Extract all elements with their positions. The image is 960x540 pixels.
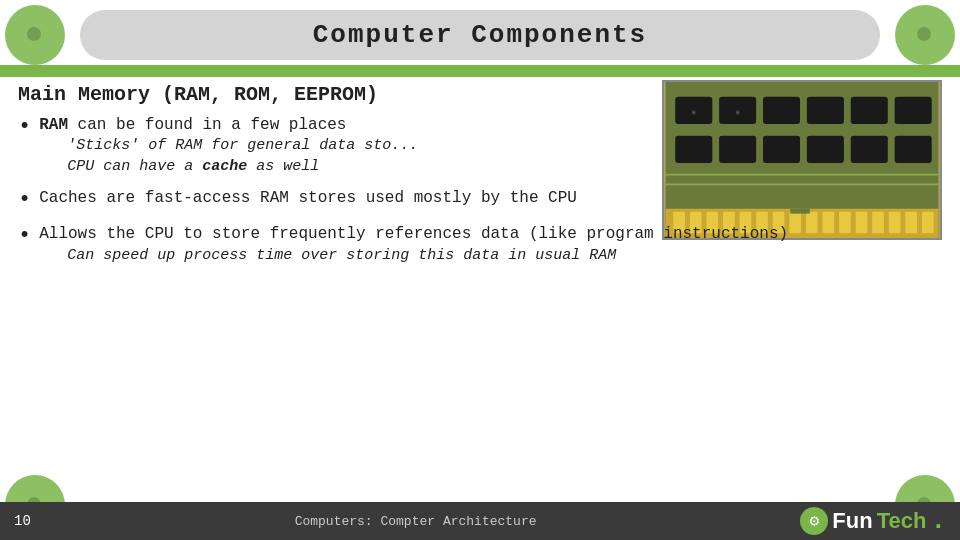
- logo-fun: Fun: [832, 508, 872, 534]
- slide-number: 10: [14, 513, 31, 529]
- green-accent-bar: [0, 65, 960, 77]
- ram-label: RAM: [39, 116, 68, 134]
- title-bar: Computer Components: [80, 10, 880, 60]
- bullet-dot-3: •: [18, 223, 31, 249]
- page-title: Computer Components: [313, 20, 647, 50]
- allows-text: Allows the CPU to store frequently refer…: [39, 225, 788, 243]
- ram-text: can be found in a few places: [68, 116, 346, 134]
- bullet-section: • RAM can be found in a few places 'Stic…: [18, 114, 942, 266]
- section-subtitle: Main Memory (RAM, ROM, EEPROM): [18, 83, 942, 106]
- bullet-dot-2: •: [18, 187, 31, 213]
- corner-decoration-tr: [895, 5, 955, 65]
- gear-icon: ⚙: [800, 507, 828, 535]
- bullet-ram-content: RAM can be found in a few places 'Sticks…: [39, 114, 942, 177]
- cache-bold: cache: [202, 158, 247, 175]
- footer-center-text: Computers: Compter Architecture: [31, 514, 801, 529]
- bullet-caches: • Caches are fast-access RAM stores used…: [18, 187, 942, 213]
- bullet-dot-1: •: [18, 114, 31, 140]
- corner-decoration-tl: [5, 5, 65, 65]
- bullet-allows-content: Allows the CPU to store frequently refer…: [39, 223, 942, 266]
- funtech-logo: ⚙ FunTech.: [800, 506, 946, 536]
- main-content: Main Memory (RAM, ROM, EEPROM) • RAM can…: [18, 77, 942, 500]
- bullet-allows: • Allows the CPU to store frequently ref…: [18, 223, 942, 266]
- bottom-bar: 10 Computers: Compter Architecture ⚙ Fun…: [0, 502, 960, 540]
- sub-bullet-sticks: 'Sticks' of RAM for general data sto...: [39, 136, 942, 156]
- logo-tech: Tech: [877, 508, 927, 534]
- caches-text: Caches are fast-access RAM stores used m…: [39, 189, 577, 207]
- sub-bullet-cache: CPU can have a cache as well: [39, 157, 942, 177]
- sub-bullet-speed: Can speed up process time over storing t…: [39, 246, 942, 266]
- logo-dot: .: [930, 506, 946, 536]
- bullet-caches-content: Caches are fast-access RAM stores used m…: [39, 187, 942, 209]
- bullet-ram: • RAM can be found in a few places 'Stic…: [18, 114, 942, 177]
